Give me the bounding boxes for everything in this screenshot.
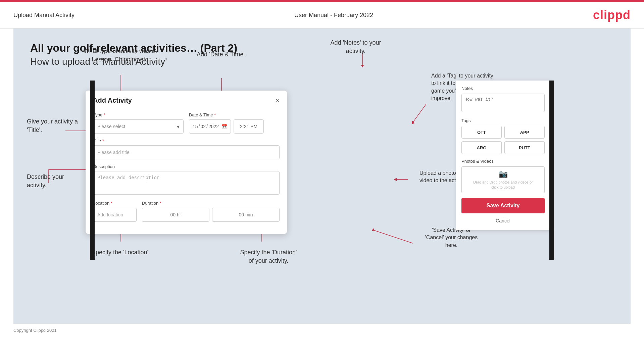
form-row-location-duration: Location * Duration * [93, 201, 280, 222]
header-left-label: Upload Manual Activity [13, 12, 75, 19]
save-activity-button[interactable]: Save Activity [461, 198, 545, 213]
duration-required: * [160, 201, 161, 206]
svg-line-19 [373, 230, 413, 243]
form-row-type-datetime: Type * Please select Date & Time * [93, 112, 280, 134]
duration-label: Duration * [142, 201, 280, 206]
date-input-group[interactable]: 15 / 02 / 2022 📅 [189, 119, 231, 134]
duration-min-input[interactable] [212, 208, 280, 222]
annotation-datetime: Add 'Date & Time'. [188, 50, 255, 59]
description-textarea[interactable] [93, 171, 280, 195]
header-center-label: User Manual - February 2022 [294, 12, 373, 19]
tags-grid: OTT APP ARG PUTT [461, 126, 545, 154]
cancel-link[interactable]: Cancel [461, 217, 545, 225]
datetime-inputs: 15 / 02 / 2022 📅 [189, 119, 280, 134]
location-input[interactable] [93, 208, 137, 222]
form-group-duration: Duration * [142, 201, 280, 222]
phone-sidebar-right [549, 81, 554, 260]
form-group-location: Location * [93, 201, 137, 222]
tag-putt[interactable]: PUTT [504, 141, 545, 154]
location-required: * [111, 201, 112, 206]
photos-section: Photos & Videos 📷 Drag and Drop photos a… [461, 159, 545, 193]
title-label: Title * [93, 138, 280, 143]
logo: clippd [593, 8, 631, 22]
form-group-title: Title * [93, 138, 280, 159]
modal-body: Type * Please select Date & Time * [86, 109, 287, 234]
tag-app[interactable]: APP [504, 126, 545, 139]
time-input[interactable] [234, 119, 264, 134]
title-required: * [102, 138, 104, 143]
date-year: 2022 [208, 124, 219, 129]
svg-marker-16 [412, 121, 415, 124]
annotation-notes: Add 'Notes' to youractivity. [322, 39, 389, 55]
type-required: * [104, 112, 105, 117]
notes-section: Notes [461, 86, 545, 118]
photo-icon: 📷 [499, 170, 508, 178]
form-group-type: Type * Please select [93, 112, 184, 134]
footer: Copyright Clippd 2021 [0, 324, 644, 337]
header: Upload Manual Activity User Manual - Feb… [0, 2, 644, 29]
location-label: Location * [93, 201, 137, 206]
datetime-required: * [214, 112, 216, 117]
form-group-datetime: Date & Time * 15 / 02 / 2022 📅 [189, 112, 280, 134]
annotation-describe: Describe youractivity. [27, 173, 77, 190]
date-day: 15 [193, 124, 198, 129]
main-content: All your golf-relevant activities… (Part… [13, 29, 631, 324]
tags-section: Tags OTT APP ARG PUTT [461, 118, 545, 154]
phone-panel: Notes Tags OTT APP ARG PUTT Photos & Vid… [456, 81, 550, 230]
svg-marker-20 [372, 228, 375, 231]
modal-close-button[interactable]: × [276, 97, 280, 104]
calendar-icon: 📅 [221, 124, 227, 129]
modal-header: Add Activity × [86, 91, 287, 109]
type-label: Type * [93, 112, 184, 117]
copyright-text: Copyright Clippd 2021 [13, 328, 57, 333]
add-activity-modal: Add Activity × Type * Please select [86, 91, 287, 234]
annotation-type: What type of activity was it? Lesson, Ch… [81, 47, 161, 64]
phone-sidebar-left [90, 81, 95, 260]
photos-drop-text: Drag and Drop photos and videos orclick … [473, 180, 533, 190]
phone-content: Notes Tags OTT APP ARG PUTT Photos & Vid… [456, 81, 550, 230]
photos-section-label: Photos & Videos [461, 159, 545, 164]
form-row-description: Description [93, 164, 280, 196]
modal-title: Add Activity [93, 97, 132, 104]
annotation-duration: Specify the 'Duration'of your activity. [228, 248, 309, 265]
annotation-location: Specify the 'Location'. [91, 248, 151, 257]
duration-inputs [142, 208, 280, 222]
form-row-title: Title * [93, 138, 280, 159]
tag-arg[interactable]: ARG [461, 141, 502, 154]
form-group-description: Description [93, 164, 280, 196]
tag-ott[interactable]: OTT [461, 126, 502, 139]
notes-section-label: Notes [461, 86, 545, 91]
datetime-label: Date & Time * [189, 112, 280, 117]
photos-drop-area[interactable]: 📷 Drag and Drop photos and videos orclic… [461, 166, 545, 193]
tags-section-label: Tags [461, 118, 545, 123]
title-input[interactable] [93, 145, 280, 159]
date-month: 02 [200, 124, 206, 129]
description-label: Description [93, 164, 280, 169]
svg-line-15 [413, 104, 426, 122]
svg-marker-18 [394, 178, 397, 181]
duration-hr-input[interactable] [142, 208, 209, 222]
annotation-title: Give your activity a'Title'. [27, 117, 79, 134]
type-select[interactable]: Please select [93, 119, 184, 134]
type-select-wrapper: Please select [93, 119, 184, 134]
notes-textarea[interactable] [461, 94, 545, 112]
